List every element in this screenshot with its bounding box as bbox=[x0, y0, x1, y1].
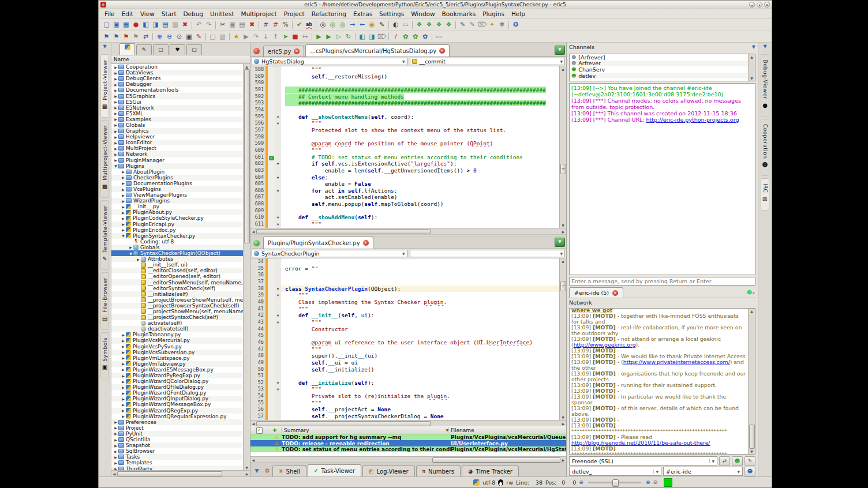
expand-icon[interactable]: ▶ bbox=[121, 339, 126, 343]
tree-item[interactable]: ▶E5Gui bbox=[111, 99, 243, 105]
network-scrollbar[interactable]: ▲ ▼ bbox=[748, 309, 755, 454]
fold-collapse-icon[interactable]: ▼ bbox=[275, 114, 281, 121]
fold-collapse-icon[interactable]: ▼ bbox=[275, 292, 281, 299]
tree-item[interactable]: ▶PluginWizardQColorDialog.py bbox=[111, 378, 243, 384]
zoom-out-icon[interactable]: ⊖ bbox=[164, 32, 174, 42]
expand-icon[interactable]: ▶ bbox=[113, 438, 118, 442]
tree-item[interactable]: ▶AboutPlugin bbox=[111, 169, 243, 175]
tab-log-viewer[interactable]: ◩Log-Viewer bbox=[362, 466, 414, 476]
refactor-rename-icon[interactable]: ❖ bbox=[414, 20, 424, 29]
edit-network-icon[interactable]: ✎ bbox=[744, 456, 755, 466]
expand-icon[interactable]: ▶ bbox=[128, 245, 133, 249]
tab-shell[interactable]: ❋Shell bbox=[272, 466, 306, 476]
tree-item[interactable]: ▶PluginCodeStyleChecker.py bbox=[111, 215, 243, 221]
scroll-thumb[interactable] bbox=[256, 421, 431, 426]
viewmanager-icon[interactable]: ▭ bbox=[434, 32, 444, 42]
scroll-right-icon[interactable]: ▶ bbox=[560, 457, 566, 463]
task-add-column[interactable]: ✚ bbox=[268, 427, 282, 433]
save-as-icon[interactable]: ◨ bbox=[151, 20, 160, 29]
start-icon[interactable]: ★ bbox=[231, 32, 241, 42]
editor1-tab[interactable]: ...csPlugins/vcsMercurial/HgStatusDialog… bbox=[305, 44, 450, 57]
tree-item[interactable]: ▶ThirdParty bbox=[111, 466, 243, 470]
tree-item[interactable]: ▶MultiProject bbox=[111, 145, 243, 151]
tree-item[interactable]: ▶PluginWizardQRegExp.py bbox=[111, 408, 243, 414]
expand-icon[interactable]: ▶ bbox=[121, 175, 126, 179]
tree-item[interactable]: ▶E5XML bbox=[111, 111, 243, 117]
save-icon[interactable]: ◧ bbox=[141, 20, 151, 29]
tree-item[interactable]: ▶Helpviewer bbox=[111, 134, 243, 140]
scroll-right-icon[interactable]: ▶ bbox=[244, 471, 250, 476]
tree-item[interactable]: ▶QScintilla bbox=[111, 437, 243, 442]
scroll-up-icon[interactable]: ▲ bbox=[749, 54, 755, 59]
scroll-up-icon[interactable]: ▲ bbox=[560, 66, 566, 72]
tree-item[interactable]: ▶Debugger bbox=[111, 81, 243, 87]
debug-script-icon[interactable]: ▶ bbox=[314, 32, 324, 42]
tree-scrollbar[interactable]: ▲ ▼ bbox=[243, 64, 250, 470]
sidebar-tab-multiproject-viewer[interactable]: Multiproject-Viewer▩ bbox=[100, 120, 109, 198]
expand-icon[interactable]: ▶ bbox=[113, 431, 118, 436]
tab-time-tracker[interactable]: ◕Time Tracker bbox=[462, 466, 519, 476]
identity-icon[interactable]: ☻ bbox=[732, 456, 743, 466]
expand-icon[interactable]: ▶ bbox=[113, 129, 118, 133]
tree-item[interactable]: ▶PluginTabnanny.py bbox=[111, 332, 243, 337]
restart-script-icon[interactable]: ↻ bbox=[343, 32, 353, 42]
expand-icon[interactable]: ▶ bbox=[113, 111, 118, 115]
goto-line-icon[interactable]: # bbox=[261, 20, 271, 29]
zoom-reset-icon[interactable]: ⊙ bbox=[653, 479, 657, 485]
expand-icon[interactable]: ▶ bbox=[113, 82, 118, 87]
connect-icon[interactable]: ⇄ bbox=[719, 456, 730, 466]
expand-icon[interactable]: ▶ bbox=[121, 350, 126, 354]
user-list-item[interactable]: ☻detlev bbox=[570, 73, 748, 79]
copy-icon[interactable]: ▣ bbox=[227, 20, 237, 29]
expand-icon[interactable]: ▶ bbox=[113, 65, 118, 69]
menu-view[interactable]: View bbox=[137, 9, 158, 18]
menu-multiproject[interactable]: Multiproject bbox=[238, 9, 280, 18]
tree-item[interactable]: ▶Tasks bbox=[111, 454, 243, 460]
step-into-icon[interactable]: ↓ bbox=[261, 32, 271, 42]
menu-debug[interactable]: Debug bbox=[180, 9, 207, 18]
expand-icon[interactable]: ▶ bbox=[113, 444, 118, 448]
tree-hscrollbar[interactable]: ◀ ▶ bbox=[111, 470, 250, 476]
menu-file[interactable]: File bbox=[101, 9, 118, 18]
scroll-up-icon[interactable]: ▲ bbox=[749, 309, 755, 314]
expand-icon[interactable]: ▶ bbox=[121, 385, 126, 389]
tree-item[interactable]: ▶PluginManager bbox=[111, 157, 243, 163]
tree-item[interactable]: ▶PluginWizardQMessageBox.py bbox=[111, 401, 243, 407]
sidebar-tab-symbols[interactable]: Symbols▣ bbox=[100, 332, 109, 379]
open-icon[interactable]: ▣ bbox=[111, 20, 121, 29]
scroll-thumb[interactable] bbox=[560, 281, 566, 291]
fold-collapse-icon[interactable]: ▼ bbox=[275, 187, 281, 194]
expand-icon[interactable]: ▼ bbox=[121, 234, 126, 238]
tree-item[interactable]: ▶PluginVmListspace.py bbox=[111, 355, 243, 361]
menu-help[interactable]: Help bbox=[508, 9, 529, 18]
zoom-in-icon[interactable]: ⊕ bbox=[646, 479, 650, 485]
fold-collapse-icon[interactable]: ▼ bbox=[275, 312, 281, 319]
print-icon[interactable]: ▦ bbox=[121, 20, 131, 29]
message-input[interactable] bbox=[569, 277, 755, 286]
editor1-tab[interactable]: eric5.py✕ bbox=[263, 46, 304, 57]
fold-collapse-icon[interactable]: ▼ bbox=[275, 120, 281, 127]
channels-dock-header[interactable]: Channels ▼ bbox=[568, 43, 757, 51]
editor2-method-combo[interactable]: ▼ bbox=[410, 250, 566, 257]
tree-item[interactable]: ▶PluginEricapi.py bbox=[111, 222, 243, 227]
tree-item[interactable]: ▶PluginVcsSubversion.py bbox=[111, 350, 243, 355]
menu-start[interactable]: Start bbox=[158, 9, 180, 18]
user-list-item[interactable]: ☻Arfrever bbox=[570, 61, 748, 67]
expand-icon[interactable]: ▶ bbox=[113, 147, 118, 151]
tree-item[interactable]: ▶Globals bbox=[111, 245, 243, 250]
expand-icon[interactable]: ▶ bbox=[121, 211, 126, 215]
scroll-down-icon[interactable]: ▼ bbox=[244, 465, 250, 470]
scroll-thumb[interactable] bbox=[560, 164, 566, 174]
tree-item[interactable]: ▶PluginEricdoc.py bbox=[111, 227, 243, 233]
channel-combo[interactable]: #eric-ide▼ bbox=[663, 467, 743, 476]
project-tab-translations[interactable]: ♥ bbox=[170, 44, 185, 55]
tree-item[interactable]: ▶PluginVcsMercurial.py bbox=[111, 337, 243, 343]
spell-check-icon[interactable]: ✔ bbox=[294, 20, 304, 29]
bug-fix-icon[interactable]: ✿ bbox=[410, 32, 420, 42]
run-script-icon[interactable]: ▶ bbox=[241, 32, 251, 42]
join-channel-icon[interactable]: ☻☻ bbox=[744, 467, 755, 476]
close-button[interactable]: ✕ bbox=[764, 2, 770, 7]
menu-project[interactable]: Project bbox=[280, 9, 308, 18]
scroll-right-icon[interactable]: ▶ bbox=[560, 229, 566, 234]
readwrite-indicator[interactable]: rw bbox=[506, 479, 513, 486]
